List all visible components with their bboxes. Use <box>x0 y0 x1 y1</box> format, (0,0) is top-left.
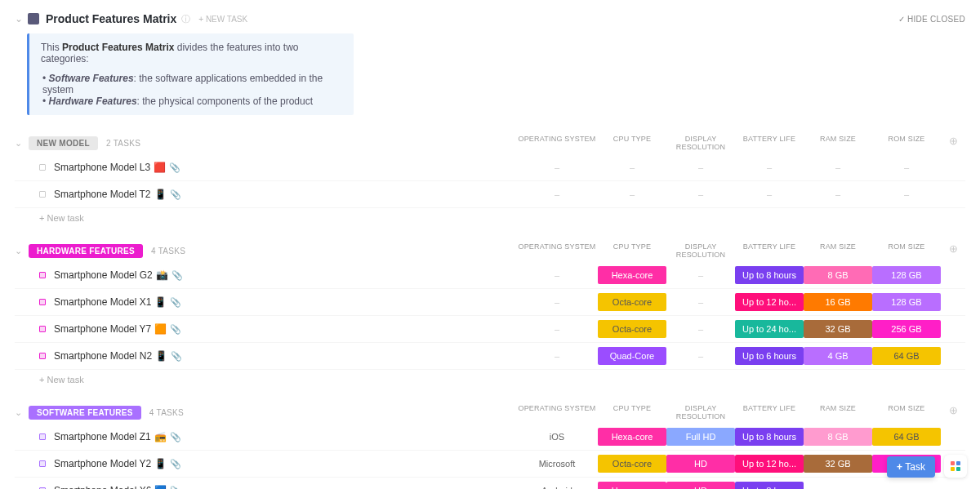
cell-value[interactable]: Octa-core <box>598 320 666 338</box>
cell-value[interactable]: iOS <box>516 428 598 446</box>
status-square[interactable] <box>39 299 46 305</box>
add-column-icon[interactable]: ⊕ <box>941 135 965 151</box>
column-header[interactable]: RAM SIZE <box>804 404 872 420</box>
cell-value[interactable]: 128 GB <box>872 293 941 311</box>
cell-value[interactable]: Up to 8 hours <box>735 428 804 446</box>
cell-value[interactable]: Quad-Core <box>598 347 666 365</box>
task-name[interactable]: Smartphone Model Y7 <box>54 323 151 335</box>
cell-value[interactable]: – <box>598 158 666 176</box>
cell-value[interactable]: 32 GB <box>804 455 872 473</box>
column-header[interactable]: DISPLAY RESOLUTION <box>666 404 735 420</box>
column-header[interactable]: OPERATING SYSTEM <box>516 242 598 259</box>
task-row[interactable]: Smartphone Model X1 📱 📎 –Octa-core–Up to… <box>15 289 965 316</box>
status-square[interactable] <box>39 191 46 198</box>
fab-apps[interactable] <box>944 455 967 478</box>
cell-value[interactable]: – <box>872 482 941 489</box>
cell-value[interactable]: 16 GB <box>804 293 872 311</box>
cell-value[interactable]: Up to 8 hours <box>735 482 804 489</box>
cell-value[interactable]: – <box>735 185 804 203</box>
cell-value[interactable]: Hexa-core <box>598 482 666 489</box>
attachment-icon[interactable]: 📎 <box>172 270 183 281</box>
cell-value[interactable]: 32 GB <box>804 320 872 338</box>
task-row[interactable]: Smartphone Model N2 📱 📎 –Quad-Core–Up to… <box>15 343 965 370</box>
cell-value[interactable]: – <box>804 185 872 203</box>
group-label[interactable]: HARDWARE FEATURES <box>29 244 143 258</box>
task-row[interactable]: Smartphone Model X6 🟦 📎 AndroidHexa-core… <box>15 478 965 489</box>
group-label[interactable]: SOFTWARE FEATURES <box>29 406 141 420</box>
cell-value[interactable]: – <box>872 185 941 203</box>
cell-value[interactable]: – <box>666 266 735 284</box>
column-header[interactable]: ROM SIZE <box>872 404 941 420</box>
cell-value[interactable]: 8 GB <box>804 428 872 446</box>
cell-value[interactable]: Up to 24 ho... <box>735 320 804 338</box>
info-icon[interactable]: ⓘ <box>181 13 190 25</box>
cell-value[interactable]: – <box>804 158 872 176</box>
column-header[interactable]: ROM SIZE <box>872 242 941 259</box>
attachment-icon[interactable]: 📎 <box>170 297 181 308</box>
column-header[interactable]: BATTERY LIFE <box>735 135 804 151</box>
cell-value[interactable]: – <box>804 482 872 489</box>
task-row[interactable]: Smartphone Model Y7 🟧 📎 –Octa-core–Up to… <box>15 316 965 343</box>
attachment-icon[interactable]: 📎 <box>170 486 181 490</box>
column-header[interactable]: RAM SIZE <box>804 242 872 259</box>
cell-value[interactable]: – <box>516 347 598 365</box>
column-header[interactable]: CPU TYPE <box>598 242 666 259</box>
task-row[interactable]: Smartphone Model Y2 📱 📎 MicrosoftOcta-co… <box>15 451 965 478</box>
task-row[interactable]: Smartphone Model G2 📸 📎 –Hexa-core–Up to… <box>15 262 965 289</box>
collapse-icon[interactable]: ⌄ <box>15 407 22 418</box>
cell-value[interactable]: – <box>735 158 804 176</box>
status-square[interactable] <box>39 460 46 467</box>
cell-value[interactable]: Full HD <box>666 428 735 446</box>
cell-value[interactable]: – <box>516 320 598 338</box>
cell-value[interactable]: – <box>516 158 598 176</box>
task-name[interactable]: Smartphone Model X6 <box>54 485 151 489</box>
cell-value[interactable]: – <box>666 347 735 365</box>
cell-value[interactable]: – <box>666 185 735 203</box>
column-header[interactable]: OPERATING SYSTEM <box>516 135 598 151</box>
status-square[interactable] <box>39 353 46 359</box>
cell-value[interactable]: – <box>516 293 598 311</box>
cell-value[interactable]: HD <box>666 455 735 473</box>
attachment-icon[interactable]: 📎 <box>170 459 181 469</box>
cell-value[interactable]: – <box>872 158 941 176</box>
collapse-icon[interactable]: ⌄ <box>15 138 22 149</box>
cell-value[interactable]: Up to 12 ho... <box>735 455 804 473</box>
cell-value[interactable]: – <box>516 185 598 203</box>
collapse-all-icon[interactable]: ⌄ <box>15 13 23 24</box>
cell-value[interactable]: Up to 8 hours <box>735 266 804 284</box>
cell-value[interactable]: Hexa-core <box>598 428 666 446</box>
new-task-link[interactable]: New task <box>15 208 965 224</box>
cell-value[interactable]: Hexa-core <box>598 266 666 284</box>
cell-value[interactable]: 64 GB <box>872 347 941 365</box>
cell-value[interactable]: – <box>666 293 735 311</box>
task-row[interactable]: Smartphone Model T2 📱 📎 –––––– <box>15 181 965 208</box>
column-header[interactable]: DISPLAY RESOLUTION <box>666 135 735 151</box>
task-name[interactable]: Smartphone Model X1 <box>54 296 151 308</box>
cell-value[interactable]: Up to 12 ho... <box>735 293 804 311</box>
status-square[interactable] <box>39 433 46 440</box>
cell-value[interactable]: 8 GB <box>804 266 872 284</box>
task-name[interactable]: Smartphone Model N2 <box>54 350 152 362</box>
column-header[interactable]: ROM SIZE <box>872 135 941 151</box>
cell-value[interactable]: – <box>666 158 735 176</box>
cell-value[interactable]: Octa-core <box>598 455 666 473</box>
task-name[interactable]: Smartphone Model G2 <box>54 269 153 281</box>
column-header[interactable]: CPU TYPE <box>598 135 666 151</box>
column-header[interactable]: BATTERY LIFE <box>735 242 804 259</box>
cell-value[interactable]: Microsoft <box>516 455 598 473</box>
add-column-icon[interactable]: ⊕ <box>941 404 965 420</box>
cell-value[interactable]: Android <box>516 482 598 489</box>
cell-value[interactable]: – <box>598 185 666 203</box>
group-label[interactable]: NEW MODEL <box>29 136 98 150</box>
cell-value[interactable]: – <box>666 320 735 338</box>
add-column-icon[interactable]: ⊕ <box>941 242 965 259</box>
cell-value[interactable]: HD <box>666 482 735 489</box>
attachment-icon[interactable]: 📎 <box>170 432 181 442</box>
status-square[interactable] <box>39 164 46 171</box>
task-name[interactable]: Smartphone Model L3 <box>54 162 150 173</box>
cell-value[interactable]: 4 GB <box>804 347 872 365</box>
attachment-icon[interactable]: 📎 <box>169 162 180 173</box>
column-header[interactable]: DISPLAY RESOLUTION <box>666 242 735 259</box>
task-name[interactable]: Smartphone Model T2 <box>54 189 151 200</box>
task-row[interactable]: Smartphone Model Z1 📻 📎 iOSHexa-coreFull… <box>15 424 965 451</box>
